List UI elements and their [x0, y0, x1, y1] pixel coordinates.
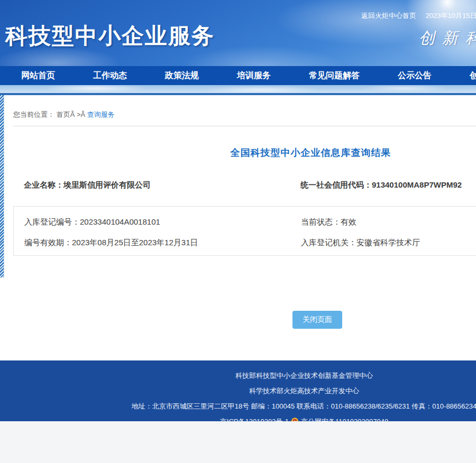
footer-icp-line: 京ICP备13019302号-1 京公网安备11010202007048 [0, 417, 476, 421]
registration-authority-label: 入库登记机关： [301, 238, 356, 247]
registration-number-value: 2023340104A0018101 [80, 217, 160, 226]
breadcrumb: 您当前位置： 首页Â >Â 查询服务 [13, 110, 476, 118]
company-name: 企业名称：埃里斯信用评价有限公司 [13, 180, 290, 190]
breadcrumb-divider [13, 126, 476, 126]
current-status-label: 当前状态： [301, 217, 341, 226]
bottom-background [0, 421, 476, 463]
breadcrumb-current-link[interactable]: 查询服务 [87, 110, 115, 118]
credit-code-label: 统一社会信用代码： [300, 180, 372, 189]
credit-code: 统一社会信用代码：91340100MA8P7WPM92 [290, 180, 476, 190]
footer-contact-line: 地址：北京市西城区三里河二区甲18号 邮编：100045 联系电话：010-88… [0, 402, 476, 411]
nav-item-announcements[interactable]: 公示公告 [398, 70, 432, 81]
close-page-button[interactable]: 关闭页面 [292, 311, 342, 329]
nav-item-training[interactable]: 培训服务 [237, 70, 271, 81]
footer-org-line1: 科技部科技型中小企业技术创新基金管理中心 [0, 371, 476, 381]
main-nav: 网站首页 工作动态 政策法规 培训服务 常见问题解答 公示公告 创业服务 [0, 66, 476, 85]
registration-authority-value: 安徽省科学技术厅 [356, 238, 420, 247]
detail-row: 入库登记编号：2023340104A0018101 当前状态：有效 [14, 217, 476, 227]
nav-item-faq[interactable]: 常见问题解答 [309, 70, 360, 81]
page: 返回火炬中心首页 2023年10月15日 星期日 科技型中小企业服务 创新科 网… [0, 0, 476, 463]
header-slogan-calligraphy: 创新科 [419, 27, 476, 49]
icp-record-link[interactable]: 京ICP备13019302号-1 [220, 417, 289, 421]
header-top-links: 返回火炬中心首页 2023年10月15日 星期日 [361, 11, 476, 21]
validity-period: 编号有效期：2023年08月25日至2023年12月31日 [14, 238, 290, 248]
nav-item-home[interactable]: 网站首页 [21, 70, 55, 81]
detail-row: 编号有效期：2023年08月25日至2023年12月31日 入库登记机关：安徽省… [14, 238, 476, 248]
button-area: 关闭页面 [13, 311, 476, 329]
company-info-row: 企业名称：埃里斯信用评价有限公司 统一社会信用代码：91340100MA8P7W… [13, 180, 476, 190]
header-date: 2023年10月15日 星期日 [426, 12, 476, 20]
registration-authority: 入库登记机关：安徽省科学技术厅 [290, 238, 476, 248]
content-area: 您当前位置： 首页Â >Â 查询服务 全国科技型中小企业信息库查询结果 企业名称… [0, 95, 476, 360]
police-record-link[interactable]: 京公网安备11010202007048 [301, 417, 388, 421]
validity-period-value: 2023年08月25日至2023年12月31日 [72, 238, 198, 247]
current-status-value: 有效 [341, 217, 356, 226]
police-badge-icon [291, 418, 299, 421]
footer-org-line2: 科学技术部火炬高技术产业开发中心 [0, 386, 476, 396]
registration-number-label: 入库登记编号： [24, 217, 80, 226]
site-header: 返回火炬中心首页 2023年10月15日 星期日 科技型中小企业服务 创新科 [0, 0, 476, 66]
nav-item-policies[interactable]: 政策法规 [165, 70, 199, 81]
site-title: 科技型中小企业服务 [5, 21, 215, 51]
breadcrumb-trail: 首页Â >Â [57, 110, 87, 118]
breadcrumb-prefix: 您当前位置： [13, 110, 54, 118]
registration-number: 入库登记编号：2023340104A0018101 [14, 217, 290, 227]
detail-box: 入库登记编号：2023340104A0018101 当前状态：有效 编号有效期：… [13, 206, 476, 256]
validity-period-label: 编号有效期： [24, 238, 72, 247]
left-decorative-strip [0, 95, 4, 277]
company-name-value: 埃里斯信用评价有限公司 [63, 180, 151, 189]
company-name-label: 企业名称： [24, 180, 63, 189]
current-status: 当前状态：有效 [290, 217, 476, 227]
return-torch-home-link[interactable]: 返回火炬中心首页 [361, 12, 416, 20]
nav-item-startup-services[interactable]: 创业服务 [470, 70, 476, 81]
sky-strip-decoration [0, 85, 476, 93]
result-title: 全国科技型中小企业信息库查询结果 [13, 146, 476, 159]
credit-code-value: 91340100MA8P7WPM92 [372, 180, 462, 189]
nav-item-work-news[interactable]: 工作动态 [93, 70, 127, 81]
site-footer: 科技部科技型中小企业技术创新基金管理中心 科学技术部火炬高技术产业开发中心 地址… [0, 360, 476, 421]
